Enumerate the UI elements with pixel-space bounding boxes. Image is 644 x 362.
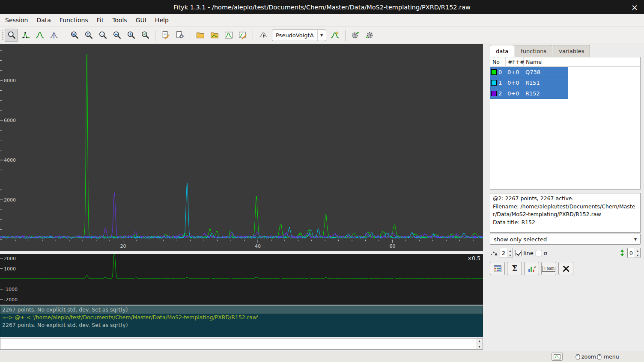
menu-help[interactable]: Help xyxy=(151,14,173,26)
manual-fit-button[interactable] xyxy=(256,29,270,42)
toolbar-gripper[interactable] xyxy=(2,30,3,41)
show-filter-dropdown[interactable]: show only selected ▼ xyxy=(490,234,641,245)
svg-text:40: 40 xyxy=(255,243,261,249)
plot-splitter[interactable] xyxy=(0,251,483,254)
open-data-icon xyxy=(196,31,205,39)
dataset-list-header: No #F+# Name xyxy=(490,57,640,67)
shift-spinner[interactable]: 0 ▲ ▼ xyxy=(627,248,641,258)
toolbar-separator xyxy=(345,30,346,41)
spin-down-icon[interactable]: ▼ xyxy=(476,344,483,350)
menu-functions[interactable]: Functions xyxy=(55,14,92,26)
dataset-func-count: 0+0 xyxy=(505,80,523,86)
aux-scale-label: ×0.5 xyxy=(468,255,480,261)
open-recent-data-button[interactable] xyxy=(208,29,221,42)
point-size-spinner[interactable]: 2 ▲ ▼ xyxy=(500,248,513,258)
zoom-mode-button[interactable] xyxy=(5,29,18,42)
dataset-color-swatch[interactable] xyxy=(491,69,497,75)
menu-bar: Session Data Functions Fit Tools GUI Hel… xyxy=(0,14,644,27)
status-bar: zoom menu xyxy=(0,351,644,362)
delete-dataset-button[interactable] xyxy=(558,262,573,275)
spin-up-icon[interactable]: ▲ xyxy=(635,248,640,253)
peak-type-dropdown[interactable]: PseudoVoigtA ▼ xyxy=(272,30,326,41)
run-fit-button[interactable] xyxy=(349,29,362,42)
output-console[interactable]: 2267 points. No explicit std. dev. Set a… xyxy=(0,306,483,337)
zoom-in-icon: + xyxy=(127,31,135,39)
svg-text:20: 20 xyxy=(120,243,126,249)
menu-gui[interactable]: GUI xyxy=(131,14,151,26)
dataset-list-panel[interactable]: No #F+# Name 0 0+0 Q738 1 0+0 R151 2 0+0… xyxy=(490,57,641,190)
svg-text:1000: 1000 xyxy=(4,266,16,272)
tab-functions[interactable]: functions xyxy=(515,45,552,57)
dataset-color-swatch[interactable] xyxy=(491,91,497,96)
mouse-left-icon xyxy=(575,354,580,361)
revert-data-button[interactable] xyxy=(222,29,235,42)
spin-down-icon[interactable]: ▼ xyxy=(507,253,513,258)
dataset-row[interactable]: 2 0+0 R152 xyxy=(490,88,568,99)
command-input[interactable] xyxy=(0,338,483,350)
svg-text:a: a xyxy=(534,264,536,269)
menu-data[interactable]: Data xyxy=(32,14,55,26)
dataset-color-swatch[interactable] xyxy=(491,80,497,86)
spin-up-icon[interactable]: ▲ xyxy=(476,338,483,344)
undo-fit-button[interactable] xyxy=(363,29,376,42)
input-history-spinner: ▲ ▼ xyxy=(476,338,483,349)
sigma-checkbox[interactable]: σ xyxy=(536,250,547,256)
checkbox-box xyxy=(515,250,522,256)
status-plot-toggle-button[interactable] xyxy=(552,353,563,361)
column-name[interactable]: Name xyxy=(524,57,568,66)
rename-button[interactable]: Ｉnam xyxy=(541,262,556,275)
dataset-func-count: 0+0 xyxy=(505,69,523,75)
dataset-number: 2 xyxy=(498,90,505,97)
add-peak-mode-button[interactable] xyxy=(33,29,46,42)
manual-fit-icon xyxy=(259,31,268,39)
spin-down-icon[interactable]: ▼ xyxy=(635,253,640,258)
close-button[interactable]: × xyxy=(629,0,641,14)
main-plot[interactable]: 2040602000400060008000 xyxy=(0,44,483,251)
open-data-button[interactable] xyxy=(194,29,207,42)
spin-up-icon[interactable]: ▲ xyxy=(507,248,513,253)
svg-text:-2000: -2000 xyxy=(4,297,18,303)
status-zoom-label: zoom xyxy=(581,353,596,360)
console-line: =-> @+ < '/home/aleplo/test/Documents/Ch… xyxy=(2,314,481,321)
gui-settings-icon xyxy=(176,31,184,39)
gui-settings-button[interactable] xyxy=(173,29,186,42)
menu-session[interactable]: Session xyxy=(1,14,32,26)
main-plot-canvas: 2040602000400060008000 xyxy=(0,44,483,251)
data-table-icon xyxy=(493,264,502,273)
auto-add-peak-button[interactable] xyxy=(328,29,342,42)
zoom-out-button[interactable]: − xyxy=(96,29,109,42)
zoom-out-icon: − xyxy=(98,31,107,39)
data-range-mode-button[interactable] xyxy=(19,29,32,42)
edit-script-icon xyxy=(161,31,170,39)
auxiliary-plot[interactable]: 20001000-1000-2000 ×0.5 xyxy=(0,254,483,305)
mouse-right-icon xyxy=(597,354,602,361)
run-fit-icon xyxy=(351,31,360,39)
zoom-horizontal-button[interactable]: ↔ xyxy=(110,29,123,42)
menu-fit[interactable]: Fit xyxy=(92,14,108,26)
data-table-button[interactable] xyxy=(490,262,505,275)
zoom-all-button[interactable]: ⊞ xyxy=(68,29,81,42)
command-input-row: ▲ ▼ xyxy=(0,338,483,350)
menu-tools[interactable]: Tools xyxy=(108,14,131,26)
svg-text:-1000: -1000 xyxy=(4,287,18,292)
tab-variables[interactable]: variables xyxy=(553,45,590,57)
column-functions[interactable]: #F+# xyxy=(506,57,524,66)
line-checkbox[interactable]: line xyxy=(515,250,533,256)
sum-button[interactable]: Σ xyxy=(507,262,522,275)
dataset-row[interactable]: 0 0+0 Q738 xyxy=(490,67,568,77)
apply-function-button[interactable]: a xyxy=(524,262,539,275)
dataset-info: @2: 2267 points, 2267 active. Filename: … xyxy=(490,193,641,233)
previous-zoom-button[interactable]: « xyxy=(138,29,152,42)
svg-text:⊞: ⊞ xyxy=(72,32,75,36)
toolbar-separator xyxy=(253,30,253,41)
tab-data[interactable]: data xyxy=(490,45,514,57)
status-menu-label: menu xyxy=(604,353,619,360)
dataset-row[interactable]: 1 0+0 R151 xyxy=(490,77,568,88)
edit-data-button[interactable] xyxy=(236,29,249,42)
vertical-line-mode-button[interactable] xyxy=(47,29,60,42)
zoom-in-button[interactable]: + xyxy=(124,29,137,42)
svg-text:2000: 2000 xyxy=(4,197,16,203)
zoom-vertical-button[interactable]: ↕ xyxy=(82,29,95,42)
column-no[interactable]: No xyxy=(490,57,506,66)
edit-script-button[interactable] xyxy=(159,29,172,42)
